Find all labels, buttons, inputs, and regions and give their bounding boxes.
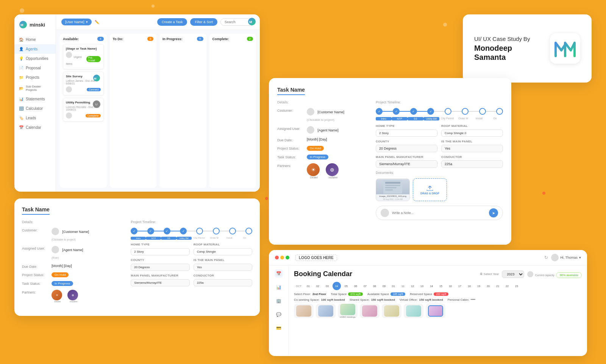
- cal-day[interactable]: 03: [323, 282, 331, 290]
- county-input-large[interactable]: [376, 145, 437, 152]
- cal-day[interactable]: 16: [446, 282, 454, 290]
- space-card-img: [318, 305, 333, 317]
- tl-line-gray: [187, 231, 196, 231]
- note-send-button[interactable]: ➤: [489, 208, 498, 217]
- home-type-select[interactable]: 2 Story: [131, 248, 189, 255]
- home-type-roof-row: Home Type 2 Story Roof Material Comp Shi…: [131, 243, 252, 255]
- edit-icon[interactable]: ✏️: [95, 20, 99, 24]
- tl-node-l7: [479, 108, 486, 115]
- cal-day[interactable]: 13: [418, 282, 426, 290]
- main-panel-mfr-input-large[interactable]: [376, 160, 437, 168]
- sidebar-item-home[interactable]: 🏠Home: [14, 35, 56, 44]
- roof-material-label-large: ROOF MATERIAL: [441, 124, 503, 128]
- cal-day[interactable]: 09: [380, 282, 388, 290]
- cal-day[interactable]: 01: [304, 282, 312, 290]
- cal-day[interactable]: 17: [456, 282, 464, 290]
- space-card[interactable]: [316, 304, 336, 318]
- sidebar-item-leads[interactable]: 🏷️Leads: [14, 113, 56, 123]
- floor-value: 2nd Floor: [312, 292, 326, 296]
- tl-line: [400, 111, 410, 112]
- cal-day[interactable]: 11: [399, 282, 407, 290]
- cal-day[interactable]: 14: [427, 282, 436, 290]
- year-select[interactable]: 2023: [502, 270, 524, 278]
- roof-material-select[interactable]: Comp Shingle: [194, 248, 252, 255]
- task-card[interactable]: [Stage or Task Name] Urgent Items Pre-In…: [63, 44, 104, 69]
- sidebar-item-projects[interactable]: 📁Projects: [14, 73, 56, 82]
- space-card[interactable]: [404, 304, 423, 318]
- space-card[interactable]: [360, 304, 380, 318]
- sidebar-item-opportunities[interactable]: 💡Opportunities: [14, 54, 56, 63]
- brand-card: UI/ UX Case Study By Monodeep Samanta: [463, 14, 592, 83]
- doc-upload-area[interactable]: DRAG & DROP: [413, 178, 447, 201]
- is-main-panel-input[interactable]: [194, 264, 252, 271]
- cal-day-today[interactable]: 04: [333, 282, 341, 290]
- create-task-button[interactable]: Create a Task: [157, 18, 187, 26]
- task-avatar: [66, 112, 72, 119]
- task-card[interactable]: Utility Permitting Lorenzo Ricciallo - D…: [63, 98, 104, 122]
- nav-chat-icon[interactable]: 💬: [275, 310, 283, 319]
- customer-label: Customer:: [22, 228, 49, 232]
- cal-day[interactable]: 22: [503, 282, 511, 290]
- home-type-select-large[interactable]: 2 Story: [376, 130, 437, 137]
- tl-line-gray: [451, 111, 462, 112]
- refresh-icon[interactable]: ↻: [544, 255, 548, 260]
- note-input[interactable]: [392, 211, 486, 215]
- cal-day[interactable]: 19: [475, 282, 483, 290]
- main-panel-mfr-input[interactable]: [131, 279, 189, 286]
- nav-calendar-icon[interactable]: 📅: [275, 269, 283, 278]
- cal-day[interactable]: 05: [342, 282, 350, 290]
- nav-payment-icon[interactable]: 💳: [275, 324, 283, 332]
- assigned-label: Assigned User:: [22, 246, 49, 250]
- cal-day[interactable]: 07: [361, 282, 369, 290]
- nav-workspace-icon[interactable]: 🏢: [275, 297, 283, 305]
- is-main-panel-input-large[interactable]: [441, 145, 503, 152]
- partners-label-large: Partners:: [277, 163, 305, 168]
- conductor-input[interactable]: [194, 279, 252, 286]
- kanban-columns: Available: 4 [Stage or Task Name] Urgent…: [56, 30, 260, 192]
- space-card[interactable]: [426, 304, 445, 318]
- task-card[interactable]: Site Survey LeBron James - Doc-link 8/08…: [63, 72, 104, 95]
- sidebar-item-calculator[interactable]: 🔢Calculator: [14, 104, 56, 113]
- cal-day[interactable]: 18: [465, 282, 473, 290]
- sidebar-item-sub-dealer[interactable]: 📂Sub Dealer Projects: [14, 82, 56, 94]
- county-input[interactable]: [131, 264, 189, 271]
- cal-day[interactable]: 23: [512, 282, 521, 290]
- sidebar-item-calendar[interactable]: 📅Calendar: [14, 123, 56, 132]
- cal-day[interactable]: 02: [314, 282, 322, 290]
- brand-subtitle: UI/ UX Case Study By: [474, 36, 542, 42]
- col-title-todo: To Do:: [113, 37, 123, 41]
- coworking-label: Co-working Space:: [294, 298, 320, 302]
- cal-day[interactable]: 08: [370, 282, 379, 290]
- documents-label-large: Documents:: [376, 171, 503, 175]
- sidebar-item-statements[interactable]: 📊Statements: [14, 94, 56, 104]
- conductor-input-large[interactable]: [441, 160, 503, 168]
- task-title-large: Task Name: [277, 87, 305, 95]
- nav-dashboard-icon[interactable]: 📊: [275, 283, 283, 291]
- space-card[interactable]: [294, 304, 314, 318]
- cal-day[interactable]: 06: [351, 282, 360, 290]
- tl-line: [170, 231, 180, 231]
- assigned-avatar-large: [307, 126, 314, 134]
- col-count-todo: 3: [147, 37, 153, 41]
- brand-name: Monodeep Samanta: [474, 44, 542, 62]
- sidebar-item-agents[interactable]: 👤Agents: [14, 44, 56, 54]
- tl-node-2: [147, 228, 154, 234]
- cal-day[interactable]: 20: [484, 282, 492, 290]
- timeline-label-large: Project Timeline:: [376, 100, 503, 104]
- task-avatar: [66, 52, 72, 58]
- column-todo: To Do: 3: [110, 34, 157, 188]
- cal-day[interactable]: 01: [389, 282, 398, 290]
- space-card[interactable]: [382, 304, 401, 318]
- capacity-avatar: [527, 271, 533, 277]
- booking-user: Hi, Thomas ▾: [551, 254, 581, 261]
- filter-sort-button[interactable]: Filter & Sort: [190, 18, 217, 26]
- cal-day[interactable]: 21: [494, 282, 502, 290]
- tl-node-l6: [462, 108, 469, 115]
- cal-day[interactable]: 12: [408, 282, 417, 290]
- sidebar-item-proposal[interactable]: 📄Proposal: [14, 63, 56, 73]
- cal-day[interactable]: 15: [437, 282, 445, 290]
- installer-label: Installer: [67, 300, 80, 303]
- space-card[interactable]: HSBC Holdings: [338, 304, 358, 318]
- user-badge[interactable]: [User Name] ▾: [61, 19, 92, 25]
- roof-material-select-large[interactable]: Comp Shingle 0: [441, 130, 503, 137]
